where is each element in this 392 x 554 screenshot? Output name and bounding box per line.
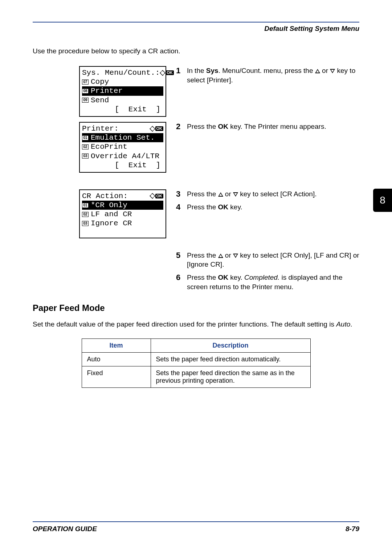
menu-item: 07Copy: [82, 77, 163, 86]
item-number: 09: [82, 98, 89, 103]
page-header: Default Setting System Menu: [33, 25, 359, 33]
chapter-tab: 8: [373, 189, 392, 212]
lcd-screen-craction: CR Action: OK 01*CR Only 02LF and CR 03I…: [79, 189, 166, 238]
step-text: In the Sys. Menu/Count. menu, press the …: [187, 66, 359, 85]
table-header-description: Description: [151, 339, 310, 353]
exit-label: [ Exit ]: [82, 105, 163, 114]
item-number: 03: [82, 153, 89, 159]
down-arrow-icon: [233, 192, 238, 197]
step-3: 3 Press the or key to select [CR Action]…: [176, 189, 359, 199]
ok-icon: OK: [155, 126, 164, 131]
item-number: 08: [82, 89, 89, 94]
menu-item-selected: 08Printer: [82, 86, 163, 95]
step-text: Press the OK key. Completed. is displaye…: [187, 273, 359, 291]
screen-title: CR Action:: [82, 192, 128, 201]
footer-left: OPERATION GUIDE: [33, 525, 97, 533]
menu-item: 09Send: [82, 96, 163, 105]
item-number: 02: [82, 144, 89, 149]
section-intro: Set the default value of the paper feed …: [33, 320, 359, 328]
exit-label: [ Exit ]: [82, 161, 163, 170]
step-number: 6: [176, 273, 181, 291]
menu-item-selected: 01*CR Only: [82, 201, 163, 210]
paper-feed-table: Item Description Auto Sets the paper fee…: [82, 338, 311, 388]
ok-icon: OK: [155, 194, 164, 198]
top-rule: [33, 22, 359, 22]
nav-diamond-icon: [160, 70, 166, 76]
step-text: Press the OK key.: [187, 202, 359, 212]
item-label: Copy: [91, 77, 109, 86]
item-label: Send: [91, 96, 109, 105]
item-number: 03: [82, 221, 89, 226]
step-text: Press the or key to select [CR Action].: [187, 189, 359, 199]
ok-icon: OK: [166, 70, 174, 75]
lcd-screen-printer: Printer: OK 01Emulation Set. 02EcoPrint …: [79, 122, 166, 173]
footer-right: 8-79: [346, 525, 359, 533]
step-number: 5: [176, 251, 181, 269]
item-label: LF and CR: [91, 210, 132, 219]
table-cell-item: Auto: [82, 353, 151, 366]
step-1: 1 In the Sys. Menu/Count. menu, press th…: [176, 66, 359, 85]
item-number: 02: [82, 212, 89, 217]
page-footer: OPERATION GUIDE 8-79: [33, 521, 359, 533]
item-label: Printer: [91, 86, 123, 95]
menu-item-selected: 01Emulation Set.: [82, 133, 163, 142]
step-4: 4 Press the OK key.: [176, 202, 359, 212]
table-cell-desc: Sets the paper feed direction automatica…: [151, 353, 310, 366]
item-number: 01: [82, 203, 89, 208]
step-5: 5 Press the or key to select [CR Only], …: [176, 251, 359, 269]
nav-diamond-icon: [150, 193, 155, 199]
table-cell-desc: Sets the paper feed direction the same a…: [151, 366, 310, 388]
up-arrow-icon: [315, 69, 320, 73]
step-number: 1: [176, 66, 181, 85]
table-row: Fixed Sets the paper feed direction the …: [82, 366, 310, 388]
step-text: Press the or key to select [CR Only], [L…: [187, 251, 359, 269]
step-6: 6 Press the OK key. Completed. is displa…: [176, 273, 359, 291]
item-number: 01: [82, 135, 89, 140]
menu-item: 03Override A4/LTR: [82, 152, 163, 161]
item-label: *CR Only: [91, 201, 127, 210]
table-cell-item: Fixed: [82, 366, 151, 388]
intro-text: Use the procedure below to specify a CR …: [33, 47, 359, 55]
footer-rule: [33, 521, 359, 522]
up-arrow-icon: [218, 192, 223, 197]
menu-item: 03Ignore CR: [82, 219, 163, 228]
item-label: Emulation Set.: [91, 133, 155, 142]
up-arrow-icon: [218, 254, 223, 258]
item-label: EcoPrint: [91, 142, 127, 151]
section-heading: Paper Feed Mode: [33, 303, 359, 313]
step-number: 3: [176, 189, 181, 199]
screen-title: Sys. Menu/Count.:: [82, 68, 160, 77]
nav-diamond-icon: [150, 126, 155, 132]
down-arrow-icon: [330, 69, 335, 73]
item-number: 07: [82, 79, 89, 85]
table-row: Auto Sets the paper feed direction autom…: [82, 353, 310, 366]
menu-item: 02EcoPrint: [82, 142, 163, 151]
screen-title: Printer:: [82, 124, 119, 133]
lcd-screen-sysmenu: Sys. Menu/Count.: OK 07Copy 08Printer 09…: [79, 66, 166, 117]
menu-item: 02LF and CR: [82, 210, 163, 219]
step-2: 2 Press the OK key. The Printer menu app…: [176, 122, 359, 131]
item-label: Ignore CR: [91, 219, 132, 228]
item-label: Override A4/LTR: [91, 152, 159, 161]
step-number: 4: [176, 202, 181, 212]
down-arrow-icon: [233, 254, 238, 258]
step-number: 2: [176, 122, 181, 131]
table-header-item: Item: [82, 339, 151, 353]
step-text: Press the OK key. The Printer menu appea…: [187, 122, 359, 131]
